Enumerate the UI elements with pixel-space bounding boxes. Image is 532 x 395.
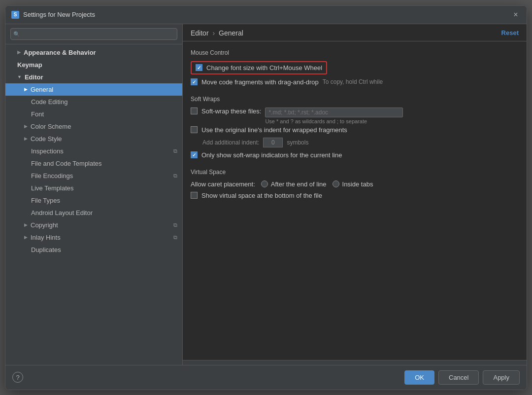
copy-icon: ⧉ (173, 222, 177, 228)
sidebar-item-duplicates[interactable]: Duplicates (5, 244, 182, 256)
apply-button[interactable]: Apply (483, 370, 520, 385)
footer-left: ? (12, 372, 23, 383)
content-area: ▶ Appearance & Behavior Keymap ▼ Editor … (5, 24, 527, 365)
sidebar-item-label: Copyright (31, 221, 58, 229)
font-size-ctrl-wheel-checkbox[interactable] (196, 64, 202, 71)
breadcrumb-part2: General (219, 29, 243, 37)
drag-drop-row: Move code fragments with drag-and-drop T… (191, 78, 519, 86)
after-end-label: After the end of line (271, 180, 327, 188)
sidebar-item-label: Font (31, 110, 44, 118)
footer: ? OK Cancel Apply (5, 365, 527, 390)
sidebar-item-label: Live Templates (31, 184, 73, 192)
copy-icon: ⧉ (173, 234, 177, 241)
nav-tree: ▶ Appearance & Behavior Keymap ▼ Editor … (5, 44, 182, 365)
only-show-indicator-checkbox[interactable] (191, 151, 198, 158)
close-button[interactable]: × (511, 10, 521, 20)
sidebar-item-file-encodings[interactable]: File Encodings ⧉ (5, 170, 182, 182)
chevron-right-icon: ▶ (24, 222, 28, 227)
only-show-indicator-row: Only show soft-wrap indicators for the c… (191, 151, 519, 159)
soft-wraps-section: Soft Wraps Soft-wrap these files: Use * … (191, 96, 519, 159)
search-input[interactable] (10, 28, 177, 40)
chevron-right-icon: ▶ (17, 50, 21, 55)
title-bar-left: S Settings for New Projects (11, 11, 95, 19)
breadcrumb: Editor › General (191, 29, 243, 37)
sidebar-item-font[interactable]: Font (5, 108, 182, 120)
soft-wraps-title: Soft Wraps (191, 96, 519, 103)
original-indent-label: Use the original line's indent for wrapp… (201, 126, 347, 134)
sidebar-item-label: General (31, 86, 53, 93)
soft-wrap-files-input[interactable] (265, 108, 403, 117)
main-header: Editor › General Reset (183, 24, 527, 41)
font-size-ctrl-wheel-label: Change font size with Ctrl+Mouse Wheel (206, 64, 322, 72)
sidebar-item-label: File Types (31, 197, 60, 204)
sidebar-item-label: Appearance & Behavior (24, 49, 96, 56)
virtual-space-bottom-row: Show virtual space at the bottom of the … (191, 192, 519, 199)
chevron-right-icon: ▶ (24, 87, 28, 92)
virtual-space-section: Virtual Space Allow caret placement: Aft… (191, 169, 519, 199)
inside-tabs-radio[interactable] (332, 180, 339, 187)
sidebar-item-label: Color Scheme (31, 123, 71, 130)
sidebar-item-android-layout[interactable]: Android Layout Editor (5, 207, 182, 219)
ok-button[interactable]: OK (404, 370, 434, 385)
original-indent-row: Use the original line's indent for wrapp… (191, 126, 519, 134)
sidebar-item-editor[interactable]: ▼ Editor (5, 71, 182, 83)
search-wrapper (10, 28, 177, 40)
sidebar-item-label: Code Editing (31, 98, 67, 106)
chevron-right-icon: ▶ (24, 136, 28, 141)
drag-drop-label: Move code fragments with drag-and-drop (201, 78, 319, 86)
sidebar-item-label: Code Style (31, 135, 62, 143)
sidebar-item-appearance[interactable]: ▶ Appearance & Behavior (5, 46, 182, 59)
help-button[interactable]: ? (12, 372, 23, 383)
original-indent-checkbox[interactable] (191, 126, 198, 133)
mouse-control-title: Mouse Control (191, 49, 519, 56)
sidebar-item-color-scheme[interactable]: ▶ Color Scheme (5, 120, 182, 133)
sidebar-item-copyright[interactable]: ▶ Copyright ⧉ (5, 219, 182, 231)
virtual-space-bottom-checkbox[interactable] (191, 192, 198, 199)
breadcrumb-part1: Editor (191, 29, 209, 37)
sidebar-item-file-types[interactable]: File Types (5, 194, 182, 207)
chevron-right-icon: ▶ (24, 124, 28, 129)
font-size-checkbox-row: Change font size with Ctrl+Mouse Wheel (191, 61, 327, 74)
indent-value-input[interactable] (263, 138, 283, 147)
chevron-down-icon: ▼ (17, 74, 22, 79)
virtual-space-bottom-label: Show virtual space at the bottom of the … (201, 192, 322, 199)
title-bar: S Settings for New Projects × (5, 6, 527, 24)
search-box (5, 24, 182, 44)
sidebar-item-label: Android Layout Editor (31, 209, 93, 216)
sidebar: ▶ Appearance & Behavior Keymap ▼ Editor … (5, 24, 183, 365)
sidebar-item-code-editing[interactable]: Code Editing (5, 96, 182, 108)
sidebar-item-label: File Encodings (31, 172, 73, 180)
drag-drop-checkbox[interactable] (191, 78, 198, 85)
sidebar-item-general[interactable]: ▶ General (5, 83, 182, 96)
sidebar-item-label: Editor (25, 73, 43, 81)
soft-wrap-files-cb-group: Soft-wrap these files: (191, 108, 261, 115)
reset-button[interactable]: Reset (501, 29, 519, 36)
inside-tabs-group: Inside tabs (332, 180, 373, 188)
sidebar-item-keymap[interactable]: Keymap (5, 59, 182, 71)
breadcrumb-separator: › (212, 29, 215, 37)
sidebar-item-inspections[interactable]: Inspections ⧉ (5, 145, 182, 157)
copy-icon: ⧉ (173, 173, 177, 179)
soft-wrap-files-checkbox[interactable] (191, 108, 198, 114)
sidebar-item-label: Keymap (17, 61, 42, 69)
add-indent-row: Add additional indent: symbols (191, 138, 519, 147)
drag-drop-hint: To copy, hold Ctrl while (323, 78, 383, 85)
dialog-title: Settings for New Projects (23, 11, 95, 18)
main-panel: Editor › General Reset Mouse Control Cha… (183, 24, 527, 365)
indent-unit: symbols (287, 139, 308, 146)
allow-caret-label: Allow caret placement: (191, 180, 255, 188)
virtual-space-title: Virtual Space (191, 169, 519, 176)
sidebar-item-file-code-templates[interactable]: File and Code Templates (5, 157, 182, 170)
main-content: Mouse Control Change font size with Ctrl… (183, 41, 527, 360)
only-show-indicator-label: Only show soft-wrap indicators for the c… (201, 151, 342, 159)
cancel-button[interactable]: Cancel (438, 370, 479, 385)
inside-tabs-label: Inside tabs (342, 180, 373, 188)
copy-icon: ⧉ (173, 148, 177, 154)
sidebar-item-inlay-hints[interactable]: ▶ Inlay Hints ⧉ (5, 231, 182, 244)
sidebar-item-label: Inspections (31, 147, 64, 155)
sidebar-item-code-style[interactable]: ▶ Code Style (5, 133, 182, 145)
soft-wrap-files-row: Soft-wrap these files: Use * and ? as wi… (191, 108, 519, 124)
after-end-radio[interactable] (261, 180, 268, 187)
sidebar-item-label: Inlay Hints (31, 234, 61, 241)
sidebar-item-live-templates[interactable]: Live Templates (5, 182, 182, 194)
